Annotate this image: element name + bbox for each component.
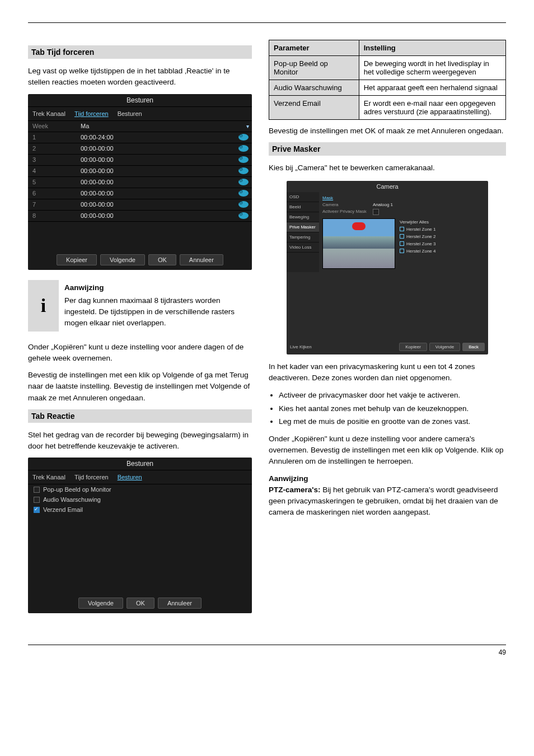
- reaction-text: Stel het gedrag van de recorder bij bewe…: [28, 430, 252, 452]
- schedule-dialog: Besturen Trek Kanaal Tijd forceren Bestu…: [28, 94, 252, 270]
- gear-icon[interactable]: [238, 167, 249, 174]
- checkbox-label: Pop-up Beeld op Monitor: [43, 486, 111, 493]
- schedule-row-index: 5: [28, 179, 78, 185]
- zone-item[interactable]: Herstel Zone 1: [400, 226, 485, 233]
- camera-preview-image: [322, 218, 395, 269]
- zones-header[interactable]: Verwijder Alles: [400, 218, 485, 226]
- live-view-link[interactable]: Live Kijken: [290, 344, 312, 349]
- reaction-dialog-title: Besturen: [28, 458, 252, 470]
- param-value: Er wordt een e-mail naar een opgegeven a…: [359, 96, 505, 120]
- cam-back-button[interactable]: Back: [462, 343, 485, 351]
- param-value: Het apparaat geeft een herhalend signaal: [359, 80, 505, 96]
- info-box: i Aanwijzing Per dag kunnen maximaal 8 t…: [28, 280, 252, 332]
- schedule-row-time[interactable]: 00:00-00:00: [78, 212, 238, 219]
- chevron-down-icon[interactable]: ▾: [243, 123, 252, 129]
- zone-item[interactable]: Herstel Zone 4: [400, 248, 485, 255]
- zone-checkbox-icon[interactable]: [400, 241, 404, 246]
- copy-button[interactable]: Kopieer: [57, 254, 97, 265]
- schedule-row-index: 2: [28, 145, 78, 152]
- checkbox[interactable]: [34, 497, 40, 503]
- schedule-row: 300:00-00:00: [28, 155, 252, 166]
- copy-note: Onder „Kopiëren" kunt u deze instelling …: [28, 342, 252, 365]
- info-text: Per dag kunnen maximaal 8 tijdrasters wo…: [64, 296, 235, 328]
- enable-privacy-label: Activeer Privacy Mask: [322, 209, 373, 216]
- tab-trek-kanaal-2[interactable]: Trek Kanaal: [32, 474, 65, 480]
- mask-link[interactable]: Mask: [322, 195, 373, 200]
- reaction-dialog: Besturen Trek Kanaal Tijd forceren Bestu…: [28, 458, 252, 613]
- schedule-row-time[interactable]: 00:00-00:00: [78, 156, 238, 163]
- gear-icon[interactable]: [238, 156, 249, 163]
- heading-prive-masker: Prive Masker: [269, 142, 506, 156]
- gear-icon[interactable]: [238, 134, 249, 141]
- schedule-row-time[interactable]: 00:00-00:00: [78, 190, 238, 197]
- schedule-row-index: 4: [28, 167, 78, 174]
- note-block: Aanwijzing PTZ-camera's: Bij het gebruik…: [269, 473, 506, 519]
- reaction-check-row: Pop-up Beeld op Monitor: [28, 484, 252, 494]
- camera-dialog-title: Camera: [287, 181, 488, 192]
- tab-tijd-forceren[interactable]: Tijd forceren: [74, 110, 109, 117]
- next-button-2[interactable]: Volgende: [78, 598, 123, 609]
- param-table: Parameter Instelling Pop-up Beeld op Mon…: [269, 40, 506, 120]
- zone-checkbox-icon[interactable]: [400, 249, 404, 253]
- sidebar-item[interactable]: Video Loss: [287, 242, 319, 253]
- cam-copy-button[interactable]: Kopieer: [399, 343, 427, 351]
- schedule-row: 800:00-00:00: [28, 211, 252, 222]
- checkbox-label: Verzend Email: [43, 506, 83, 513]
- cam-next-button[interactable]: Volgende: [429, 343, 460, 351]
- gear-icon[interactable]: [238, 212, 249, 219]
- week-value[interactable]: Ma: [78, 123, 243, 129]
- ok-button-2[interactable]: OK: [127, 598, 154, 609]
- privacy-steps-list: Activeer de privacymasker door het vakje…: [269, 389, 506, 428]
- sidebar-item[interactable]: Beeld: [287, 202, 319, 212]
- schedule-row: 400:00-00:00: [28, 166, 252, 177]
- schedule-row-time[interactable]: 00:00-24:00: [78, 134, 238, 141]
- cancel-button-2[interactable]: Annuleer: [158, 598, 202, 609]
- table-row: Audio WaarschuwingHet apparaat geeft een…: [269, 80, 506, 96]
- info-icon: i: [28, 280, 59, 332]
- schedule-row-time[interactable]: 00:00-00:00: [78, 201, 238, 208]
- schedule-row-time[interactable]: 00:00-00:00: [78, 167, 238, 174]
- list-item: Activeer de privacymasker door het vakje…: [279, 389, 506, 402]
- schedule-row-time[interactable]: 00:00-00:00: [78, 145, 238, 152]
- checkbox[interactable]: [34, 507, 40, 513]
- enable-privacy-checkbox[interactable]: [373, 209, 379, 215]
- checkbox-label: Audio Waarschuwing: [43, 496, 101, 503]
- sidebar-item[interactable]: Prive Masker: [287, 222, 319, 232]
- tab-besturen-2[interactable]: Besturen: [118, 474, 142, 480]
- schedule-row: 600:00-00:00: [28, 188, 252, 199]
- zone-checkbox-icon[interactable]: [400, 227, 404, 231]
- cancel-button[interactable]: Annuleer: [180, 254, 223, 265]
- setting-col-header: Instelling: [359, 40, 505, 56]
- camera-value[interactable]: Analoog 1: [373, 202, 485, 207]
- list-item: Leg met de muis de positie en grootte va…: [279, 416, 506, 428]
- schedule-row: 100:00-24:00: [28, 132, 252, 143]
- sidebar-item[interactable]: Beweging: [287, 212, 319, 222]
- camera-label: Camera: [322, 202, 373, 207]
- checkbox[interactable]: [34, 487, 40, 493]
- gear-icon[interactable]: [238, 179, 249, 185]
- schedule-row-index: 8: [28, 212, 78, 219]
- tab-besturen[interactable]: Besturen: [118, 110, 142, 117]
- param-key: Verzend Email: [269, 96, 359, 120]
- sidebar-item[interactable]: OSD: [287, 192, 319, 202]
- tab-tijd-forceren-2[interactable]: Tijd forceren: [74, 474, 109, 480]
- heading-tab-tijd-forceren: Tab Tijd forceren: [28, 45, 252, 59]
- heading-tab-reactie: Tab Reactie: [28, 409, 252, 423]
- reaction-check-row: Verzend Email: [28, 505, 252, 515]
- gear-icon[interactable]: [238, 145, 249, 152]
- zone-item[interactable]: Herstel Zone 3: [400, 240, 485, 248]
- schedule-row-index: 6: [28, 190, 78, 197]
- next-button[interactable]: Volgende: [100, 254, 145, 265]
- confirm-note: Bevestig de instellingen met een klik op…: [28, 370, 252, 404]
- gear-icon[interactable]: [238, 190, 249, 197]
- schedule-dialog-title: Besturen: [28, 94, 252, 107]
- ok-button[interactable]: OK: [148, 254, 176, 265]
- tab-trek-kanaal[interactable]: Trek Kanaal: [32, 110, 65, 117]
- zone-item[interactable]: Herstel Zone 2: [400, 233, 485, 240]
- schedule-row-time[interactable]: 00:00-00:00: [78, 179, 238, 185]
- zone-checkbox-icon[interactable]: [400, 234, 404, 239]
- sidebar-item[interactable]: Tampering: [287, 232, 319, 242]
- gear-icon[interactable]: [238, 201, 249, 208]
- page-number: 49: [28, 645, 506, 656]
- param-value: De beweging wordt in het livedisplay in …: [359, 56, 505, 80]
